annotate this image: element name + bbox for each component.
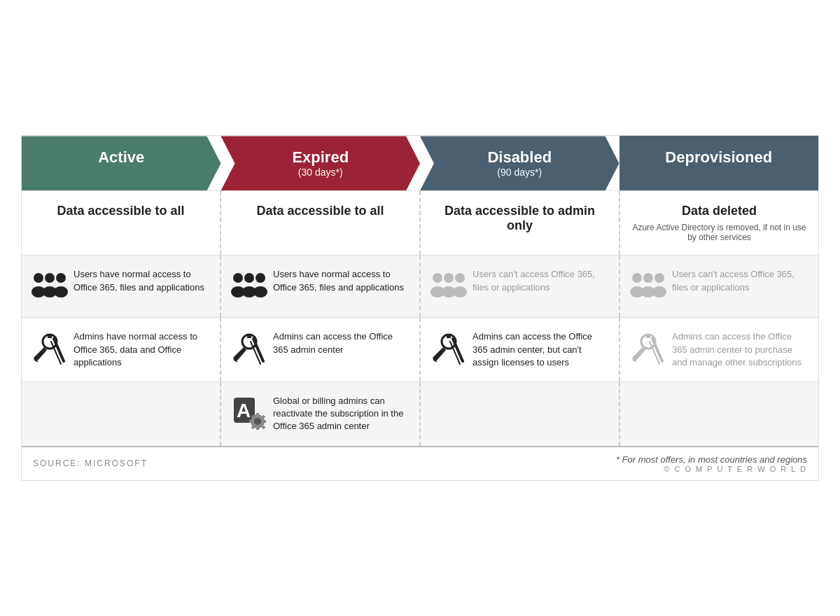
svg-rect-25 bbox=[48, 335, 52, 338]
section-reactivate: A Global or billing admins ca bbox=[22, 382, 818, 446]
footer-note: * For most offers, in most countries and… bbox=[616, 454, 807, 465]
header-disabled-subtitle: (90 days*) bbox=[427, 167, 612, 178]
header-active-label: Active bbox=[29, 148, 214, 167]
admin-text-2: Admins can access the Office 365 admin c… bbox=[472, 330, 609, 369]
svg-rect-45 bbox=[256, 426, 259, 430]
user-cell-0: Users have normal access to Office 365, … bbox=[22, 255, 221, 317]
svg-point-7 bbox=[244, 273, 254, 283]
user-row-1: Users have normal access to Office 365, … bbox=[231, 268, 410, 304]
svg-point-0 bbox=[34, 273, 43, 283]
svg-point-8 bbox=[255, 273, 265, 283]
admin-row-3: Admins can access the Office 365 admin c… bbox=[630, 330, 808, 369]
header-disabled: Disabled (90 days*) bbox=[420, 136, 620, 190]
main-container: Active Expired (30 days*) Disabled (90 d… bbox=[21, 135, 819, 480]
reactivate-empty-3 bbox=[620, 382, 818, 446]
user-cell-2: Users can't access Office 365, files or … bbox=[421, 255, 620, 317]
svg-point-43 bbox=[254, 418, 261, 425]
svg-point-20 bbox=[654, 273, 664, 283]
section-users: Users have normal access to Office 365, … bbox=[22, 255, 818, 317]
user-cell-3: Users can't access Office 365, files or … bbox=[620, 255, 818, 317]
reactivate-row: A Global or billing admins ca bbox=[231, 395, 410, 433]
admin-text-3: Admins can access the Office 365 admin c… bbox=[672, 330, 808, 369]
users-icon-3 bbox=[630, 268, 666, 304]
svg-text:A: A bbox=[237, 400, 251, 421]
footer-brand: © C O M P U T E R W O R L D bbox=[616, 465, 807, 473]
footer-right: * For most offers, in most countries and… bbox=[616, 454, 807, 473]
user-row-3: Users can't access Office 365, files or … bbox=[630, 268, 808, 304]
svg-point-13 bbox=[444, 273, 454, 283]
admin-row-0: Admins have normal access to Office 365,… bbox=[31, 330, 210, 369]
admin-cell-0: Admins have normal access to Office 365,… bbox=[22, 318, 221, 382]
svg-point-19 bbox=[643, 273, 653, 283]
reactivate-text: Global or billing admins can reactivate … bbox=[273, 395, 410, 433]
user-cell-1: Users have normal access to Office 365, … bbox=[221, 255, 421, 317]
header-row: Active Expired (30 days*) Disabled (90 d… bbox=[22, 136, 818, 190]
svg-point-1 bbox=[45, 273, 55, 283]
reactivate-empty-2 bbox=[421, 382, 620, 446]
admin-row-1: Admins can access the Office 365 admin c… bbox=[231, 330, 410, 367]
admin-row-2: Admins can access the Office 365 admin c… bbox=[430, 330, 609, 369]
header-active: Active bbox=[22, 136, 221, 190]
footer-source: SOURCE: MICROSOFT bbox=[33, 458, 148, 468]
admin-cell-2: Admins can access the Office 365 admin c… bbox=[421, 318, 620, 382]
reactivate-empty-0 bbox=[22, 382, 221, 446]
user-text-3: Users can't access Office 365, files or … bbox=[672, 268, 808, 293]
svg-point-12 bbox=[433, 273, 442, 283]
svg-point-18 bbox=[632, 273, 642, 283]
svg-rect-44 bbox=[256, 413, 259, 416]
svg-point-5 bbox=[54, 286, 68, 298]
svg-point-2 bbox=[56, 273, 66, 283]
svg-point-17 bbox=[453, 286, 467, 298]
user-row-2: Users can't access Office 365, files or … bbox=[430, 268, 609, 304]
admin-text-1: Admins can access the Office 365 admin c… bbox=[273, 330, 410, 356]
title-cell-3: Data deleted Azure Active Directory is r… bbox=[620, 191, 818, 255]
admin-cell-1: Admins can access the Office 365 admin c… bbox=[221, 318, 421, 382]
svg-rect-29 bbox=[247, 335, 251, 338]
users-icon-1 bbox=[231, 268, 267, 304]
section-title-2: Data accessible to admin only bbox=[430, 204, 609, 233]
user-row-0: Users have normal access to Office 365, … bbox=[31, 268, 210, 304]
svg-rect-47 bbox=[262, 420, 266, 423]
admin-cell-3: Admins can access the Office 365 admin c… bbox=[620, 318, 818, 382]
section-admins: Admins have normal access to Office 365,… bbox=[22, 317, 818, 382]
tools-icon-3 bbox=[630, 330, 666, 367]
svg-rect-37 bbox=[646, 335, 650, 338]
header-deprovisioned-label: Deprovisioned bbox=[626, 148, 812, 167]
header-disabled-label: Disabled bbox=[427, 148, 612, 167]
title-cell-0: Data accessible to all bbox=[22, 191, 221, 255]
title-cell-2: Data accessible to admin only bbox=[421, 191, 620, 255]
tools-icon-1 bbox=[231, 330, 267, 367]
header-expired-label: Expired bbox=[228, 148, 414, 167]
svg-point-6 bbox=[233, 273, 243, 283]
admin-text-0: Admins have normal access to Office 365,… bbox=[74, 330, 210, 369]
svg-point-23 bbox=[652, 286, 666, 298]
users-icon-0 bbox=[31, 268, 68, 304]
section-subtitle-3: Azure Active Directory is removed, if no… bbox=[630, 223, 808, 242]
svg-rect-46 bbox=[249, 420, 253, 423]
reactivate-cell: A Global or billing admins ca bbox=[221, 382, 421, 446]
azure-icon: A bbox=[231, 395, 267, 431]
section-title-1: Data accessible to all bbox=[231, 204, 410, 218]
footer: SOURCE: MICROSOFT * For most offers, in … bbox=[22, 446, 818, 480]
section-data-titles: Data accessible to all Data accessible t… bbox=[22, 190, 818, 255]
header-expired-subtitle: (30 days*) bbox=[228, 167, 414, 178]
svg-point-11 bbox=[253, 286, 267, 298]
title-cell-1: Data accessible to all bbox=[221, 191, 421, 255]
section-title-3: Data deleted bbox=[630, 204, 808, 218]
svg-point-14 bbox=[455, 273, 465, 283]
users-icon-2 bbox=[430, 268, 467, 304]
header-deprovisioned: Deprovisioned bbox=[620, 136, 819, 190]
user-text-1: Users have normal access to Office 365, … bbox=[273, 268, 410, 293]
user-text-2: Users can't access Office 365, files or … bbox=[472, 268, 609, 293]
tools-icon-0 bbox=[31, 330, 68, 367]
header-expired: Expired (30 days*) bbox=[221, 136, 421, 190]
section-title-0: Data accessible to all bbox=[31, 204, 210, 218]
tools-icon-2 bbox=[430, 330, 467, 367]
user-text-0: Users have normal access to Office 365, … bbox=[74, 268, 210, 293]
svg-rect-33 bbox=[447, 335, 451, 338]
